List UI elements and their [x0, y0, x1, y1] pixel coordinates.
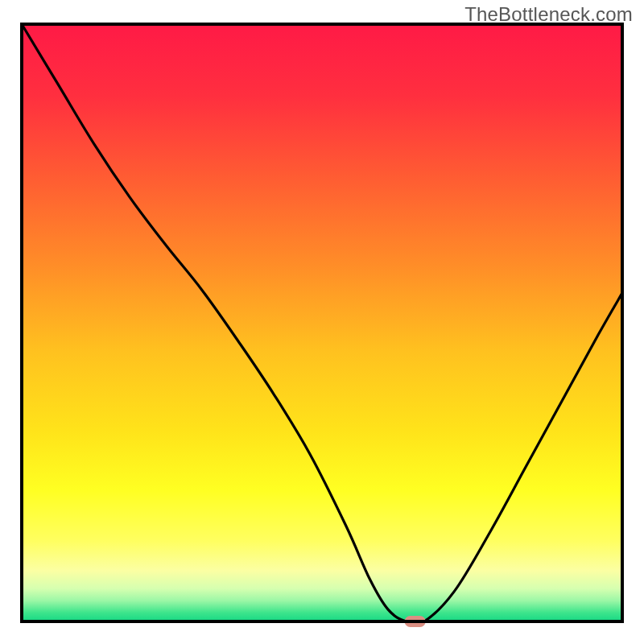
- gradient-background: [22, 24, 622, 621]
- chart-container: TheBottleneck.com: [0, 0, 644, 644]
- bottleneck-plot: [0, 0, 644, 644]
- watermark-text: TheBottleneck.com: [464, 3, 633, 26]
